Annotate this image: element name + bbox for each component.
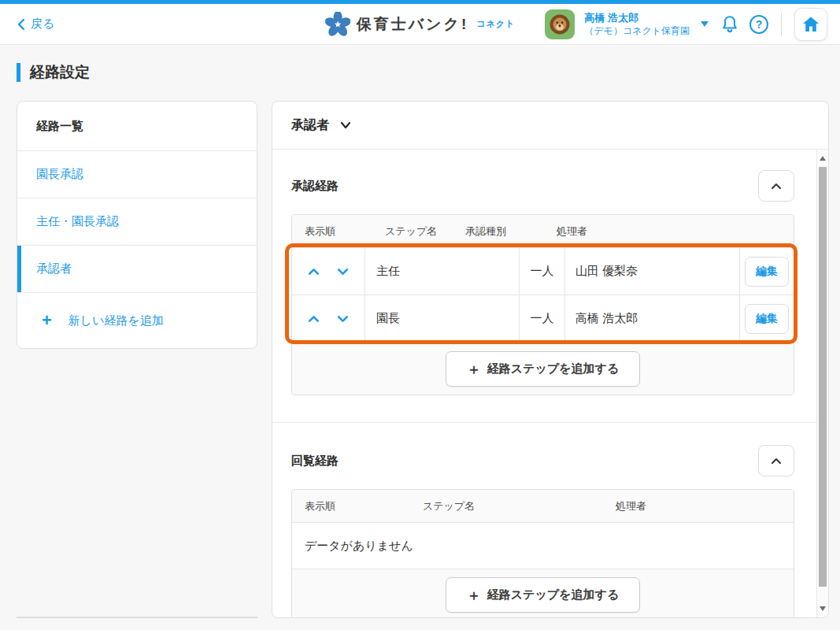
home-icon [801,15,820,34]
panel-scrollbar[interactable] [816,150,828,617]
col-header-step-name: ステップ名 [423,499,475,513]
route-detail-panel: 承認者 承認経路 表示順 [272,101,829,618]
move-up-button[interactable] [308,315,320,323]
sidebar-item-label: 主任・園長承認 [36,214,119,229]
plus-icon: ＋ [467,588,481,602]
circulation-route-title: 回覧経路 [291,454,339,469]
approval-table-footer: ＋ 経路ステップを追加する [292,343,794,395]
app-header: 戻る 保育士バンク! コネクト [0,4,840,45]
add-route-label: 新しい経路を追加 [68,313,164,328]
circulation-table-header: 表示順 ステップ名 処理者 [292,490,794,523]
col-header-step-name: ステップ名 [385,224,437,239]
header-right-group: 高橋 浩太郎 （デモ）コネクト保育園 ? [545,8,827,41]
route-name: 承認者 [291,117,329,134]
route-detail-body: 承認経路 表示順 ステップ名 承認種別 処理者 [272,150,828,617]
circulation-route-table: 表示順 ステップ名 処理者 データがありません ＋ 経路ステップを追加する [291,489,794,617]
chevron-up-icon [771,183,782,190]
notifications-button[interactable] [720,14,740,35]
header-divider [781,13,782,36]
user-org: （デモ）コネクト保育園 [584,24,690,37]
table-row: 主任 一人 山田 優梨奈 編集 [292,248,794,295]
add-step-label: 経路ステップを追加する [487,361,619,376]
sidebar-bottom-divider [17,617,257,618]
col-header-processor: 処理者 [616,499,646,513]
user-name: 高橋 浩太郎 [584,11,690,25]
title-accent-bar [17,63,20,82]
approval-route-title: 承認経路 [291,179,339,194]
approval-collapse-button[interactable] [758,170,794,202]
chevron-up-icon [771,458,782,465]
step-name-cell: 園長 [365,295,520,342]
chevron-down-icon [340,121,351,129]
col-header-processor: 処理者 [557,224,587,239]
page-title: 経路設定 [30,62,90,83]
add-step-button[interactable]: ＋ 経路ステップを追加する [446,577,640,613]
add-step-button[interactable]: ＋ 経路ステップを追加する [446,351,640,387]
sakura-logo-icon [325,12,350,37]
approval-type-cell: 一人 [520,248,565,295]
scrollbar-thumb[interactable] [819,167,827,587]
col-header-order: 表示順 [305,224,335,239]
col-header-approval-type: 承認種別 [465,224,506,239]
approval-table-header: 表示順 ステップ名 承認種別 処理者 [292,215,794,248]
question-icon: ? [749,15,768,34]
route-detail-header[interactable]: 承認者 [272,102,828,150]
add-route-button[interactable]: + 新しい経路を追加 [17,293,257,348]
sidebar-item-label: 園長承認 [36,167,83,182]
approval-route-section: 承認経路 表示順 ステップ名 承認種別 処理者 [272,150,816,423]
help-button[interactable]: ? [749,15,768,34]
scrollbar-down-arrow-icon[interactable] [820,606,826,611]
route-detail-scroll-content: 承認経路 表示順 ステップ名 承認種別 処理者 [272,150,816,617]
move-up-button[interactable] [308,268,320,276]
user-menu[interactable]: 高橋 浩太郎 （デモ）コネクト保育園 [584,11,690,38]
lion-avatar-icon [547,12,572,37]
step-name-cell: 主任 [365,248,520,295]
circulation-route-section: 回覧経路 表示順 ステップ名 処理者 データがありませ [272,423,816,617]
logo-suffix: コネクト [476,18,515,30]
app-logo: 保育士バンク! コネクト [325,12,516,37]
page-title-row: 経路設定 [17,62,90,83]
user-avatar[interactable] [545,9,575,39]
logo-title: 保育士バンク! [357,14,469,35]
chevron-left-icon [17,18,25,31]
edit-button[interactable]: 編集 [745,257,789,287]
route-list-card: 経路一覧 園長承認 主任・園長承認 承認者 + 新しい経路を追加 [17,101,257,349]
approval-type-cell: 一人 [520,295,565,342]
approval-route-table: 表示順 ステップ名 承認種別 処理者 [291,214,794,395]
add-step-label: 経路ステップを追加する [487,587,619,602]
scrollbar-up-arrow-icon[interactable] [820,156,826,161]
home-button[interactable] [794,8,827,41]
processor-cell: 山田 優梨奈 [565,248,740,295]
bell-icon [720,14,740,35]
table-row: 園長 一人 高橋 浩太郎 編集 [292,295,794,343]
plus-icon: ＋ [467,362,481,376]
edit-button[interactable]: 編集 [745,304,789,334]
circulation-collapse-button[interactable] [758,445,794,476]
plus-icon: + [42,312,52,329]
circulation-table-footer: ＋ 経路ステップを追加する [292,569,794,617]
sidebar-item-label: 承認者 [36,261,72,276]
move-down-button[interactable] [337,268,349,276]
route-list-title: 経路一覧 [17,102,257,151]
col-header-order: 表示順 [305,499,335,513]
sidebar-item-shoninsha[interactable]: 承認者 [17,246,257,293]
processor-cell: 高橋 浩太郎 [565,295,740,342]
back-button[interactable]: 戻る [17,17,54,32]
sidebar-item-encho-shonin[interactable]: 園長承認 [17,151,257,198]
back-label: 戻る [31,17,54,32]
user-menu-caret-icon[interactable] [701,21,709,27]
sidebar-item-shunin-encho-shonin[interactable]: 主任・園長承認 [17,198,257,246]
move-down-button[interactable] [337,315,349,323]
empty-message: データがありません [292,523,794,569]
